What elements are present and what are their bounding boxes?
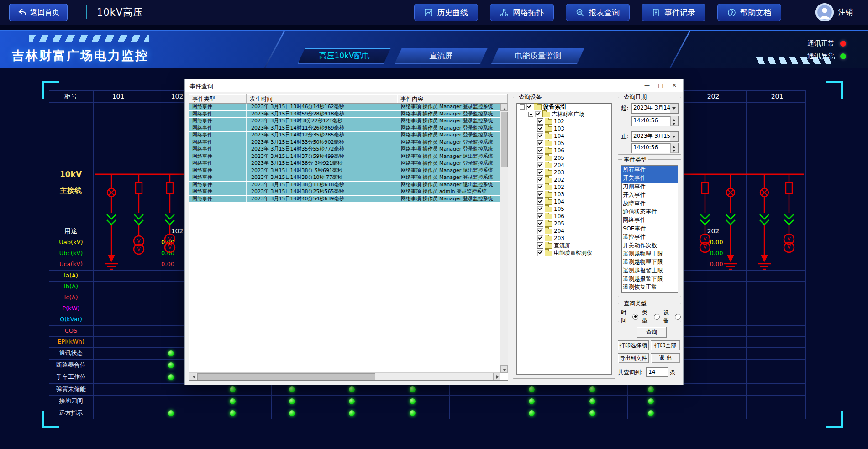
event-type-option[interactable]: SOE事件 [621, 224, 678, 233]
tree-item[interactable]: 105 [517, 205, 611, 213]
query-type-radio[interactable]: 类型 [642, 309, 659, 324]
checkbox[interactable] [537, 125, 543, 132]
print-selected-button[interactable]: 打印选择项 [618, 340, 649, 350]
checkbox[interactable] [537, 242, 543, 249]
scroll-left-icon[interactable] [189, 373, 196, 380]
event-row[interactable]: 网络事件 2023年 3月15日13时59分28秒918毫秒 网络事项 操作员 … [189, 111, 500, 118]
tree-item[interactable]: 106 [517, 147, 611, 154]
tab[interactable]: 直流屏 [395, 48, 488, 64]
event-type-option[interactable]: 开关动作次数 [621, 241, 678, 250]
tree-item[interactable]: 103 [517, 191, 611, 198]
scroll-down-icon[interactable] [500, 365, 508, 373]
start-time-spinner[interactable]: 14:40:56 [631, 116, 679, 126]
event-record-button[interactable]: 事件记录 [642, 4, 705, 21]
tree-item[interactable]: 104 [517, 132, 611, 140]
column-header[interactable]: 发生时间 [247, 94, 397, 104]
spin-down-icon[interactable] [671, 121, 678, 126]
expander-icon[interactable] [528, 112, 533, 117]
checkbox[interactable] [535, 111, 541, 117]
logout-button[interactable]: 注销 [838, 8, 853, 17]
help-doc-button[interactable]: 帮助文档 [717, 4, 781, 21]
checkbox[interactable] [537, 147, 543, 154]
tree-item[interactable]: 电能质量检测仪 [517, 249, 611, 256]
scrollbar-thumb[interactable] [197, 373, 375, 380]
tree-item[interactable]: 设备索引 [517, 103, 611, 110]
event-type-option[interactable]: 开入事件 [621, 191, 678, 199]
event-type-option[interactable]: 遥测越物理下限 [621, 258, 678, 266]
spin-up-icon[interactable] [671, 143, 678, 148]
event-type-option[interactable]: 遥测越物理上限 [621, 250, 678, 258]
checkbox[interactable] [537, 169, 543, 176]
event-row[interactable]: 网络事件 2023年 3月15日14时38分11秒618毫秒 网络事项 操作员 … [189, 182, 500, 189]
event-row[interactable]: 网络事件 2023年 3月15日14时11分26秒969毫秒 网络事项 操作员 … [189, 125, 500, 132]
tree-item[interactable]: 102 [517, 118, 611, 125]
column-header[interactable]: 事件类型 [189, 94, 247, 104]
dropdown-arrow-icon[interactable] [670, 104, 678, 113]
checkbox[interactable] [537, 162, 543, 168]
tree-item[interactable]: 203 [517, 235, 611, 242]
event-type-option[interactable]: 故障事件 [621, 199, 678, 208]
tree-item[interactable]: 104 [517, 198, 611, 205]
maximize-icon[interactable]: □ [654, 81, 668, 90]
event-row[interactable]: 网络事件 2023年 3月15日14时38分10秒 77毫秒 网络事项 操作员 … [189, 174, 500, 182]
back-home-button[interactable]: 返回首页 [9, 4, 68, 21]
event-row[interactable]: 网络事件 2023年 3月15日13时46分14秒162毫秒 网络事项 操作员 … [189, 104, 500, 111]
event-row[interactable]: 网络事件 2023年 3月15日14时33分50秒902毫秒 网络事项 操作员 … [189, 139, 500, 146]
event-type-option[interactable]: 网络事件 [621, 216, 678, 224]
event-type-option[interactable]: 刀闸事件 [621, 183, 678, 191]
query-button[interactable]: 查询 [637, 327, 667, 338]
event-type-option[interactable]: 遥测越报警下限 [621, 275, 678, 283]
tree-item[interactable]: 直流屏 [517, 242, 611, 249]
spin-up-icon[interactable] [671, 116, 678, 121]
event-row[interactable]: 网络事件 2023年 3月15日14时12分35秒285毫秒 网络事项 操作员 … [189, 132, 500, 139]
event-type-option[interactable]: 遥测恢复正常 [621, 283, 678, 291]
user-avatar[interactable] [815, 3, 834, 21]
end-time-spinner[interactable]: 14:40:56 [631, 143, 679, 153]
close-icon[interactable]: ✕ [668, 81, 681, 90]
print-all-button[interactable]: 打印全部 [651, 340, 680, 350]
tab[interactable]: 电能质量监测 [491, 48, 584, 64]
checkbox[interactable] [537, 184, 543, 190]
checkbox[interactable] [537, 228, 543, 234]
dialog-titlebar[interactable]: 事件查询 — □ ✕ [185, 79, 683, 92]
event-type-option[interactable]: 开关事件 [621, 174, 678, 182]
tree-item[interactable]: 吉林财富广场 [517, 110, 611, 118]
network-topology-button[interactable]: 网络拓扑 [490, 4, 554, 21]
history-curve-button[interactable]: 历史曲线 [414, 4, 478, 21]
vertical-scrollbar[interactable] [500, 104, 508, 373]
checkbox[interactable] [526, 104, 532, 110]
event-type-option[interactable]: 所有事件 [621, 166, 678, 174]
event-row[interactable]: 网络事件 2023年 3月15日14时37分59秒499毫秒 网络事项 操作员 … [189, 153, 500, 161]
scrollbar-thumb[interactable] [501, 112, 508, 167]
checkbox[interactable] [537, 206, 543, 212]
checkbox[interactable] [537, 235, 543, 241]
checkbox[interactable] [537, 133, 543, 139]
checkbox[interactable] [537, 191, 543, 198]
checkbox[interactable] [537, 220, 543, 227]
event-type-option[interactable]: 通信状态事件 [621, 208, 678, 216]
scroll-up-icon[interactable] [500, 104, 508, 111]
event-row[interactable]: 网络事件 2023年 3月15日14时40分54秒639毫秒 网络事项 操作员 … [189, 196, 500, 203]
exit-button[interactable]: 退 出 [651, 353, 680, 363]
checkbox[interactable] [537, 250, 543, 256]
tree-item[interactable]: 203 [517, 169, 611, 176]
tree-item[interactable]: 202 [517, 176, 611, 183]
expander-icon[interactable] [520, 104, 525, 110]
horizontal-scrollbar[interactable] [189, 372, 500, 380]
tree-item[interactable]: 204 [517, 162, 611, 169]
checkbox[interactable] [537, 118, 543, 125]
tree-item[interactable]: 205 [517, 154, 611, 162]
tab[interactable]: 高压10kV配电 [298, 48, 391, 64]
checkbox[interactable] [537, 198, 543, 205]
tree-item[interactable]: 106 [517, 213, 611, 220]
checkbox[interactable] [537, 140, 543, 146]
event-row[interactable]: 网络事件 2023年 3月15日14时38分 5秒691毫秒 网络事项 操作员 … [189, 167, 500, 175]
tree-item[interactable]: 105 [517, 140, 611, 147]
event-row[interactable]: 网络事件 2023年 3月15日14时35分55秒772毫秒 网络事项 操作员 … [189, 146, 500, 153]
event-row[interactable]: 网络事件 2023年 3月15日14时 8分22秒121毫秒 网络事项 操作员 … [189, 118, 500, 125]
scroll-right-icon[interactable] [493, 373, 500, 380]
spin-down-icon[interactable] [671, 148, 678, 153]
query-type-radio[interactable]: 设备 [663, 309, 681, 324]
event-type-option[interactable]: 遥测越报警上限 [621, 266, 678, 275]
column-header[interactable]: 事件内容 [397, 94, 508, 104]
